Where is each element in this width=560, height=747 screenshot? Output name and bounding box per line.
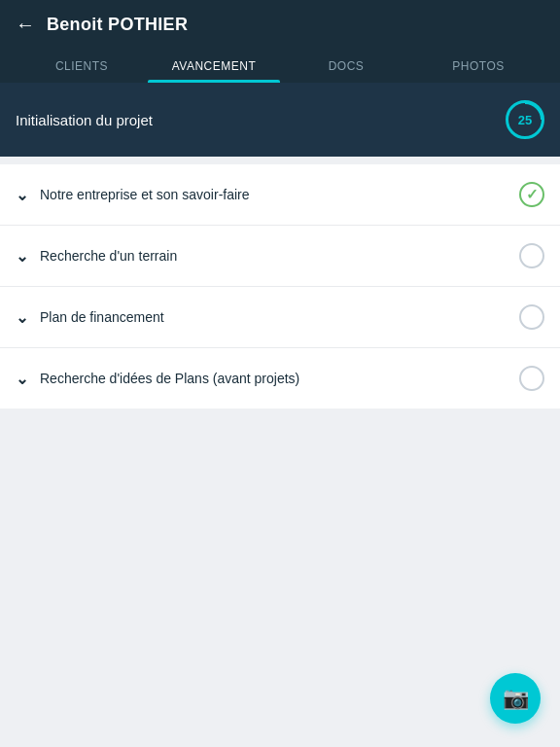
- tab-photos[interactable]: PHOTOS: [412, 50, 544, 83]
- header-top: ← Benoit POTHIER: [16, 14, 544, 36]
- item-label: Recherche d'un terrain: [40, 248, 519, 264]
- app-header: ← Benoit POTHIER CLIENTS AVANCEMENT DOCS…: [0, 0, 560, 83]
- checklist: ⌄ Notre entreprise et son savoir-faire ⌄…: [0, 164, 560, 409]
- status-completed-icon[interactable]: [519, 182, 544, 207]
- tab-docs[interactable]: DOCS: [280, 50, 412, 83]
- progress-value: 25: [518, 113, 532, 127]
- camera-icon: 📷: [503, 686, 529, 711]
- item-label: Recherche d'idées de Plans (avant projet…: [40, 371, 519, 386]
- status-empty-icon[interactable]: [519, 304, 544, 330]
- chevron-down-icon: ⌄: [16, 370, 28, 388]
- item-label: Notre entreprise et son savoir-faire: [40, 187, 519, 202]
- status-empty-icon[interactable]: [519, 366, 544, 391]
- camera-fab-button[interactable]: 📷: [490, 673, 541, 724]
- progress-circle: 25: [506, 100, 544, 139]
- item-label: Plan de financement: [40, 309, 519, 325]
- tab-avancement[interactable]: AVANCEMENT: [148, 50, 280, 83]
- section-title: Initialisation du projet: [16, 112, 153, 128]
- tab-bar: CLIENTS AVANCEMENT DOCS PHOTOS: [16, 50, 544, 83]
- list-item[interactable]: ⌄ Recherche d'un terrain: [0, 226, 560, 287]
- status-empty-icon[interactable]: [519, 243, 544, 268]
- list-item[interactable]: ⌄ Notre entreprise et son savoir-faire: [0, 164, 560, 226]
- chevron-down-icon: ⌄: [16, 247, 28, 266]
- progress-circle-inner: 25: [509, 104, 541, 135]
- section-header: Initialisation du projet 25: [0, 83, 560, 157]
- list-item[interactable]: ⌄ Plan de financement: [0, 287, 560, 348]
- chevron-down-icon: ⌄: [16, 186, 28, 204]
- chevron-down-icon: ⌄: [16, 308, 28, 327]
- tab-clients[interactable]: CLIENTS: [16, 50, 148, 83]
- list-item[interactable]: ⌄ Recherche d'idées de Plans (avant proj…: [0, 348, 560, 409]
- page-title: Benoit POTHIER: [47, 15, 188, 35]
- back-button[interactable]: ←: [16, 14, 35, 36]
